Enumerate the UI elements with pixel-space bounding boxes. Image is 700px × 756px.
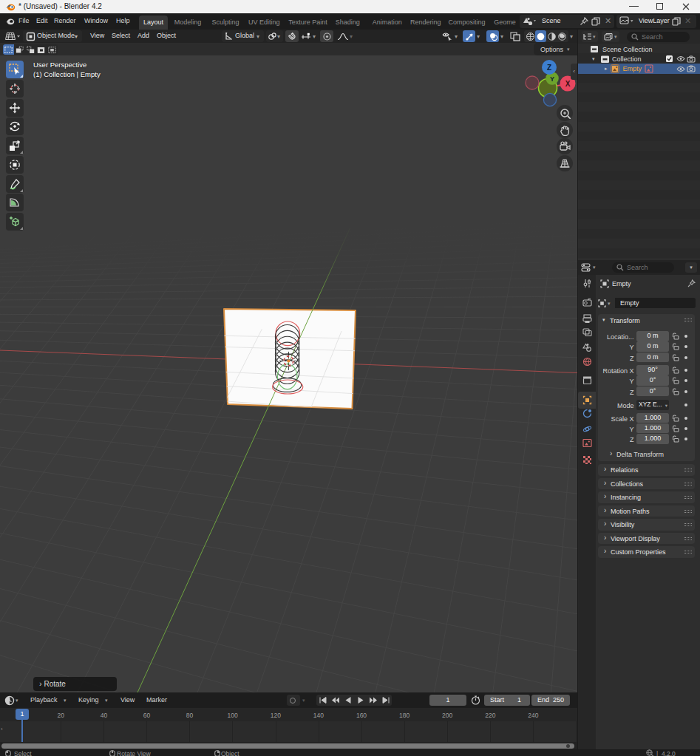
- svg-text:Y: Y: [550, 75, 554, 83]
- svg-text:X: X: [565, 80, 571, 88]
- svg-text:Z: Z: [547, 64, 551, 72]
